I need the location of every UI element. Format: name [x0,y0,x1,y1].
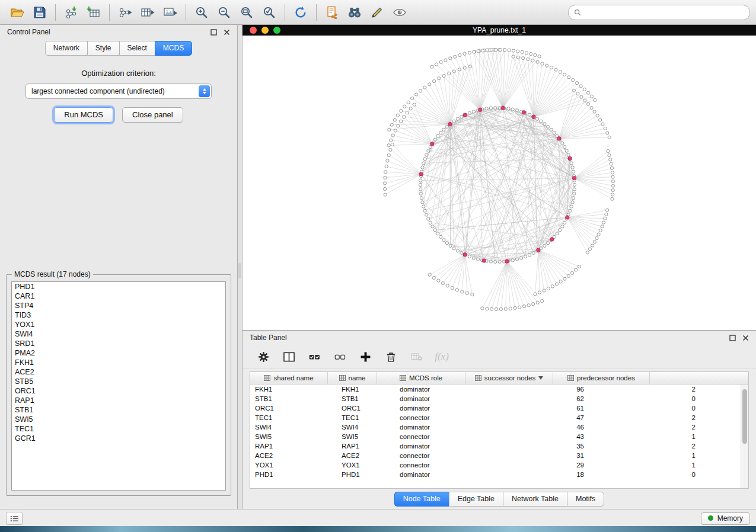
mcds-result-item[interactable]: TID3 [12,310,225,320]
table-row[interactable]: RAP1RAP1dominator352 [250,441,748,451]
scrollbar-thumb[interactable] [742,389,747,444]
table-row[interactable]: ACE2ACE2connector311 [250,451,748,460]
mcds-result-item[interactable]: STB5 [12,377,225,386]
import-table-button[interactable] [82,2,105,23]
column-header-name[interactable]: name [328,372,377,384]
mcds-result-item[interactable]: SWI4 [12,329,225,339]
mcds-result-item[interactable]: SRD1 [12,339,225,348]
control-panel-tabs: NetworkStyleSelectMCDS [0,41,237,56]
control-panel-title: Control Panel [7,28,50,36]
table-tab-motifs[interactable]: Motifs [567,492,604,507]
table-settings-button[interactable] [256,349,271,364]
table-panel-close-button[interactable] [742,335,749,341]
column-visibility-button[interactable] [281,349,296,364]
table-row[interactable]: YOX1YOX1connector291 [250,460,748,470]
table-row[interactable]: ORC1ORC1dominator610 [250,403,748,413]
control-panel-tab-mcds[interactable]: MCDS [155,41,192,56]
export-network-button[interactable] [114,2,136,23]
add-column-button[interactable] [358,349,373,364]
column-header-mcds-role[interactable]: MCDS role [377,372,465,384]
mcds-result-item[interactable]: RAP1 [12,396,225,405]
mcds-result-item[interactable]: TEC1 [12,424,225,434]
cell-name: SWI4 [337,422,395,432]
panel-splitter[interactable] [238,25,243,509]
mcds-result-title: MCDS result (17 nodes) [12,270,93,278]
delete-column-button[interactable] [383,349,398,364]
panel-selector-button[interactable] [6,512,23,525]
zoom-selected-button[interactable] [258,2,280,23]
mcds-result-item[interactable]: YOX1 [12,320,225,329]
cell-successor-nodes: 96 [492,384,595,394]
cell-shared-name: ORC1 [250,403,337,413]
splitter-handle[interactable] [238,263,241,278]
mcds-result-item[interactable]: ACE2 [12,367,225,377]
mcds-result-item[interactable]: PHD1 [12,282,225,291]
maximize-window-button[interactable] [273,27,280,34]
close-mcds-panel-button[interactable]: Close panel [122,107,183,123]
select-all-rows-button[interactable] [307,349,322,364]
control-panel-tab-network[interactable]: Network [45,41,87,56]
cell-mcds-role: connector [395,460,492,470]
mcds-result-item[interactable]: CAR1 [12,291,225,301]
close-window-button[interactable] [250,27,257,34]
toolbar-separator [109,4,110,21]
table-panel-float-button[interactable] [729,335,736,341]
mcds-result-item[interactable]: SWI5 [12,415,225,424]
mcds-result-item[interactable]: PMA2 [12,348,225,358]
column-label: MCDS role [409,374,442,382]
minimize-window-button[interactable] [261,27,269,34]
network-window-titlebar[interactable]: YPA_prune.txt_1 [243,25,756,36]
export-image-button[interactable] [159,2,181,23]
table-row[interactable]: TEC1TEC1connector472 [250,413,748,422]
table-row[interactable]: PHD1PHD1dominator180 [250,470,748,479]
select-stepper-icon [199,85,210,97]
cell-name: YOX1 [337,460,395,470]
table-row[interactable]: SWI4SWI4dominator462 [250,422,748,432]
control-panel-close-button[interactable] [224,29,230,36]
column-type-icon [400,375,406,381]
refresh-network-button[interactable] [289,2,312,23]
find-button[interactable] [343,2,366,23]
zoom-fit-button[interactable] [235,2,258,23]
network-canvas[interactable] [243,36,756,330]
control-panel-tab-style[interactable]: Style [87,41,119,56]
zoom-in-button[interactable] [190,2,213,23]
table-body[interactable]: FKH1FKH1dominator962STB1STB1dominator620… [250,384,748,488]
mcds-result-item[interactable]: FKH1 [12,358,225,367]
table-tab-edge-table[interactable]: Edge Table [449,492,503,507]
table-tab-node-table[interactable]: Node Table [394,492,449,507]
control-panel-float-button[interactable] [210,29,217,36]
cell-mcds-role: connector [395,432,492,441]
export-table-button[interactable] [136,2,159,23]
memory-button[interactable]: Memory [701,512,750,525]
table-scrollbar[interactable] [741,384,748,488]
import-network-button[interactable] [60,2,82,23]
zoom-out-button[interactable] [213,2,235,23]
mcds-result-item[interactable]: STP4 [12,301,225,310]
mcds-result-item[interactable]: GCR1 [12,434,225,443]
table-row[interactable]: FKH1FKH1dominator962 [250,384,748,394]
optimization-criterion-select[interactable]: largest connected component (undirected) [25,84,212,99]
show-graphics-button[interactable] [388,2,411,23]
export-document-button[interactable] [321,2,343,23]
mcds-result-item[interactable]: STB1 [12,405,225,415]
column-header-successor-nodes[interactable]: successor nodes [465,372,553,384]
table-tab-network-table[interactable]: Network Table [503,492,567,507]
run-mcds-button[interactable]: Run MCDS [54,107,113,123]
uncheck-all-icon [334,351,346,363]
search-box[interactable] [568,5,750,20]
open-session-button[interactable] [6,2,28,23]
search-input[interactable] [585,8,744,17]
table-row[interactable]: SWI5SWI5connector431 [250,432,748,441]
control-panel-tab-select[interactable]: Select [119,41,155,56]
save-session-button[interactable] [28,2,51,23]
cell-mcds-role: dominator [395,403,492,413]
table-row[interactable]: STB1STB1dominator620 [250,394,748,403]
style-wand-button[interactable] [366,2,388,23]
mcds-result-item[interactable]: ORC1 [12,386,225,396]
table-header: shared namenameMCDS rolesuccessor nodesp… [250,372,748,384]
deselect-all-rows-button[interactable] [332,349,347,364]
column-header-shared-name[interactable]: shared name [250,372,328,384]
column-header-predecessor-nodes[interactable]: predecessor nodes [553,372,650,384]
mcds-result-list[interactable]: PHD1CAR1STP4TID3YOX1SWI4SRD1PMA2FKH1ACE2… [11,281,226,491]
